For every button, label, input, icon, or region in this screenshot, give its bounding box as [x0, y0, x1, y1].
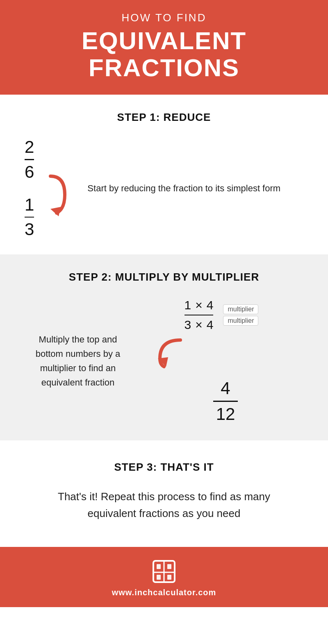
step3-section: STEP 3: THAT'S IT That's it! Repeat this…: [0, 440, 328, 547]
result-denominator: 12: [216, 404, 235, 424]
header-subtitle: HOW TO FIND: [8, 11, 320, 24]
multiply-top-row: 1 × 4: [184, 298, 214, 312]
step2-title: STEP 2: MULTIPLY BY MULTIPLIER: [25, 271, 303, 283]
footer: www.inchcalculator.com: [0, 547, 328, 607]
step2-description: Multiply the top and bottom numbers by a…: [25, 332, 131, 390]
step2-right: 1 × 4 3 × 4 multiplier multiplier: [139, 298, 303, 424]
footer-url: www.inchcalculator.com: [8, 588, 320, 597]
step1-title: STEP 1: REDUCE: [25, 111, 303, 124]
step1-arrow: [38, 172, 71, 213]
svg-marker-0: [50, 207, 61, 216]
multiply-bottom-row: 3 × 4: [184, 318, 214, 332]
fraction-reduced: 1 3: [25, 196, 34, 238]
fraction-reduced-bar: [25, 217, 34, 218]
top-multiplier-label: multiplier: [223, 304, 258, 314]
bottom-numerator: 3: [184, 318, 191, 332]
bottom-times: ×: [195, 318, 203, 332]
multiplier-labels: multiplier multiplier: [219, 304, 258, 326]
result-fraction-bar: [213, 401, 238, 402]
step2-section: STEP 2: MULTIPLY BY MULTIPLIER Multiply …: [0, 254, 328, 440]
header-title: EQUIVALENT FRACTIONS: [8, 27, 320, 82]
fraction-reduced-numerator: 1: [25, 196, 34, 213]
top-times: ×: [195, 298, 203, 312]
multiply-fraction: 1 × 4 3 × 4: [184, 298, 214, 332]
fraction-original-bar: [25, 159, 34, 160]
result-numerator: 4: [221, 379, 230, 398]
header: HOW TO FIND EQUIVALENT FRACTIONS: [0, 0, 328, 95]
svg-rect-6: [167, 564, 171, 569]
step3-description: That's it! Repeat this process to find a…: [41, 488, 287, 522]
step2-content: Multiply the top and bottom numbers by a…: [25, 298, 303, 424]
svg-rect-8: [167, 575, 171, 580]
step1-description: Start by reducing the fraction to its si…: [87, 181, 280, 195]
fraction-reduced-denominator: 3: [25, 221, 34, 238]
svg-rect-5: [157, 564, 161, 569]
step1-section: STEP 1: REDUCE 2 6 1 3 Start by reducing…: [0, 95, 328, 254]
step1-fractions: 2 6 1 3: [25, 138, 34, 238]
top-numerator: 1: [184, 298, 191, 312]
footer-icon: [152, 559, 176, 584]
svg-rect-7: [157, 575, 161, 580]
fraction-original: 2 6: [25, 138, 34, 181]
bottom-multiplier-label: multiplier: [223, 316, 258, 326]
top-multiplier: 4: [207, 298, 214, 312]
fraction-original-denominator: 6: [25, 163, 34, 181]
step1-content: 2 6 1 3 Start by reducing the fraction t…: [25, 138, 303, 238]
step2-multiply-group: 1 × 4 3 × 4 multiplier multiplier: [184, 298, 259, 332]
result-fraction: 4 12: [213, 379, 238, 424]
step3-title: STEP 3: THAT'S IT: [41, 461, 287, 474]
fraction-original-numerator: 2: [25, 138, 34, 156]
step2-arrow: [152, 336, 184, 370]
multiply-divider: [184, 315, 214, 315]
bottom-multiplier: 4: [207, 318, 214, 332]
